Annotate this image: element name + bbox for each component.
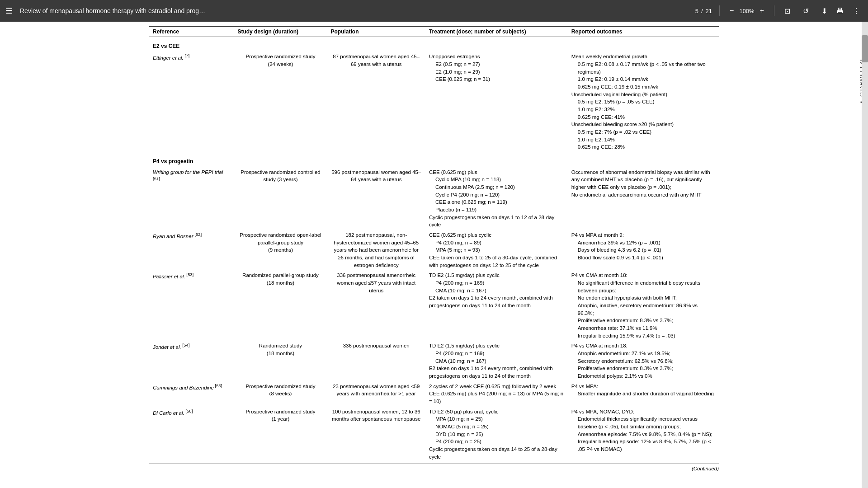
divider-1 (719, 5, 720, 16)
table-cell-ref: Cummings and Brizendine [55] (149, 381, 234, 407)
col-header-design: Study design (duration) (234, 27, 327, 37)
zoom-out-button[interactable]: − (727, 5, 736, 17)
total-pages: 21 (706, 8, 712, 14)
menu-icon[interactable]: ☰ (5, 6, 13, 16)
table-cell: 182 postmenopausal, non-hysterectomized … (327, 230, 425, 270)
table-cell: Randomized study(18 months) (234, 341, 327, 381)
table-cell: CEE (0.625 mg) plus cyclicP4 (200 mg; n … (425, 230, 568, 270)
table-row: Pélissier et al. [53]Randomized parallel… (149, 270, 719, 341)
table-cell-ref: Writing group for the PEPI trial [51] (149, 167, 234, 230)
continued-text: (Continued) (692, 466, 719, 471)
table-row: Ryan and Rosner [52]Prospective randomiz… (149, 230, 719, 270)
table-cell: 336 postmenopausal women (327, 341, 425, 381)
continued-label: (Continued) (149, 464, 719, 473)
table-cell: 87 postmenopausal women aged 45–69 years… (327, 52, 425, 152)
table-cell: P4 vs CMA at month 18:Atrophic endometri… (568, 341, 719, 381)
table-cell: Prospective randomized controlled study … (234, 167, 327, 230)
col-header-outcomes: Reported outcomes (568, 27, 719, 37)
table-cell: P4 vs MPA:Smaller magnitude and shorter … (568, 381, 719, 407)
table-row: Ettinger et al. [7]Prospective randomize… (149, 52, 719, 152)
divider-2 (774, 5, 774, 16)
toolbar-right-actions: ⬇ 🖶 ⋮ (819, 5, 863, 17)
page-navigation: 5 / 21 (695, 8, 712, 14)
section-header-row-2: P4 vs progestin (149, 152, 719, 167)
table-cell: TD E2 (50 μg) plus oral, cyclicMPA (10 m… (425, 407, 568, 462)
current-page: 5 (695, 8, 698, 14)
page-content: S. GRAHAM ET AL Reference Study design (… (0, 22, 868, 473)
page-separator: / (701, 8, 703, 14)
data-table: Reference Study design (duration) Popula… (149, 26, 719, 462)
table-row: Di Carlo et al. [56]Prospective randomiz… (149, 407, 719, 462)
rotate-button[interactable]: ↺ (800, 5, 811, 17)
zoom-value: 100% (739, 8, 754, 14)
table-cell: Unopposed estrogensE2 (0.5 mg; n = 27)E2… (425, 52, 568, 152)
table-row: Jondet et al. [54]Randomized study(18 mo… (149, 341, 719, 381)
table-cell: CEE (0.625 mg) plusCyclic MPA (10 mg; n … (425, 167, 568, 230)
table-cell: P4 vs MPA at month 9:Amenorrhea 39% vs 1… (568, 230, 719, 270)
zoom-in-button[interactable]: + (757, 5, 767, 17)
table-cell: Mean weekly endometrial growth0.5 mg E2:… (568, 52, 719, 152)
table-cell: 2 cycles of 2-week CEE (0.625 mg) follow… (425, 381, 568, 407)
table-cell: 336 postmenopausal amenorrheic women age… (327, 270, 425, 341)
table-row: Writing group for the PEPI trial [51]Pro… (149, 167, 719, 230)
table-cell-ref: Di Carlo et al. [56] (149, 407, 234, 462)
section-header-label: E2 vs CEE (149, 37, 719, 52)
table-cell-ref: Pélissier et al. [53] (149, 270, 234, 341)
table-cell: Randomized parallel-group study(18 month… (234, 270, 327, 341)
table-row: Cummings and Brizendine [55]Prospective … (149, 381, 719, 407)
table-cell: TD E2 (1.5 mg/day) plus cyclicP4 (200 mg… (425, 270, 568, 341)
section-header-row: E2 vs CEE (149, 37, 719, 52)
table-cell: Prospective randomized study(24 weeks) (234, 52, 327, 152)
col-header-treatment: Treatment (dose; number of subjects) (425, 27, 568, 37)
scrollbar-thumb[interactable] (862, 35, 868, 62)
zoom-controls: − 100% + (727, 5, 767, 17)
scrollbar-track[interactable] (862, 22, 868, 488)
table-cell: P4 vs CMA at month 18:No significant dif… (568, 270, 719, 341)
col-header-reference: Reference (149, 27, 234, 37)
table-cell: 23 postmenopausal women aged <59 years w… (327, 381, 425, 407)
col-header-population: Population (327, 27, 425, 37)
table-cell: Prospective randomized open-label parall… (234, 230, 327, 270)
download-button[interactable]: ⬇ (819, 5, 830, 17)
table-cell-ref: Ettinger et al. [7] (149, 52, 234, 152)
fit-page-button[interactable]: ⊡ (782, 5, 793, 17)
more-options-button[interactable]: ⋮ (850, 5, 863, 17)
table-cell-ref: Ryan and Rosner [52] (149, 230, 234, 270)
table-header-row: Reference Study design (duration) Popula… (149, 27, 719, 37)
table-cell: Occurrence of abnormal endometrial biops… (568, 167, 719, 230)
section-header-label-2: P4 vs progestin (149, 152, 719, 167)
table-cell: 100 postmenopausal women, 12 to 36 month… (327, 407, 425, 462)
table-cell: Prospective randomized study(1 year) (234, 407, 327, 462)
toolbar: ☰ Review of menopausal hormone therapy w… (0, 0, 868, 22)
table-cell: P4 vs MPA, NOMAC, DYD:Endometrial thickn… (568, 407, 719, 462)
document-title: Review of menopausal hormone therapy wit… (20, 7, 688, 14)
table-cell: TD E2 (1.5 mg/day) plus cyclicP4 (200 mg… (425, 341, 568, 381)
table-cell: Prospective randomized study(8 weeks) (234, 381, 327, 407)
print-button[interactable]: 🖶 (834, 5, 846, 17)
table-cell: 596 postmenopausal women aged 45–64 year… (327, 167, 425, 230)
table-cell-ref: Jondet et al. [54] (149, 341, 234, 381)
